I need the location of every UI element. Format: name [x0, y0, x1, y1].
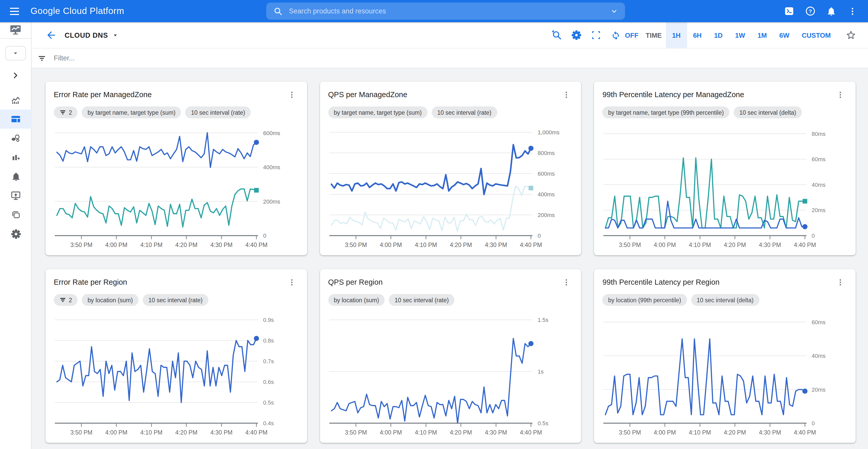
chart-title: QPS per ManagedZone	[328, 90, 407, 99]
sidebar-item-overview[interactable]	[0, 90, 32, 109]
chart-menu-button[interactable]	[834, 276, 847, 289]
svg-text:4:30 PM: 4:30 PM	[485, 242, 507, 248]
chevron-down-icon[interactable]	[611, 7, 618, 15]
sidebar-item-uptime-checks[interactable]	[0, 186, 32, 205]
chart-menu-button[interactable]	[285, 276, 299, 289]
filter-list-icon	[37, 54, 46, 63]
chart-card: Error Rate per ManagedZone2by target nam…	[45, 82, 307, 255]
filter-count-chip[interactable]: 2	[54, 106, 78, 118]
time-range-1h[interactable]: 1H	[666, 22, 687, 48]
chart-config-chip[interactable]: by target name, target type (sum)	[82, 106, 181, 118]
chart-config-chip[interactable]: by location (sum)	[328, 294, 384, 306]
cards-grid: Error Rate per ManagedZone2by target nam…	[32, 68, 868, 443]
svg-text:4:30 PM: 4:30 PM	[210, 429, 232, 436]
svg-text:3:50 PM: 3:50 PM	[70, 242, 93, 248]
time-zoom-icon[interactable]	[549, 27, 565, 43]
svg-text:4:00 PM: 4:00 PM	[380, 242, 402, 248]
svg-text:200ms: 200ms	[537, 212, 554, 218]
chart-config-chip[interactable]: 10 sec interval (delta)	[734, 106, 802, 118]
chart-config-chip[interactable]: by target name, target type (99th percen…	[602, 106, 730, 118]
auto-refresh-icon[interactable]	[608, 27, 624, 43]
sidebar	[0, 22, 32, 449]
chart-config-chip[interactable]: 10 sec interval (rate)	[431, 106, 497, 118]
svg-text:3:50 PM: 3:50 PM	[345, 429, 367, 436]
svg-text:4:10 PM: 4:10 PM	[414, 429, 437, 436]
time-range-1m[interactable]: 1M	[751, 22, 773, 48]
sidebar-item-settings[interactable]	[0, 224, 32, 243]
time-range-group: 1H6H1D1W1M6WCUSTOM	[666, 22, 837, 48]
svg-text:20ms: 20ms	[812, 386, 826, 393]
svg-text:40ms: 40ms	[812, 353, 826, 359]
more-vert-icon[interactable]	[846, 5, 859, 17]
chart-config-chip[interactable]: 10 sec interval (delta)	[691, 294, 759, 306]
search-bar[interactable]	[266, 3, 625, 20]
page: Google Cloud Platform ?	[0, 0, 868, 449]
auto-refresh-off-label[interactable]: OFF	[625, 31, 639, 39]
time-range-custom[interactable]: CUSTOM	[796, 22, 837, 48]
svg-text:4:00 PM: 4:00 PM	[654, 242, 676, 248]
chart-menu-button[interactable]	[834, 88, 847, 101]
project-dropdown[interactable]	[5, 46, 26, 60]
help-icon[interactable]: ?	[804, 5, 816, 17]
chart-config-chip[interactable]: 10 sec interval (rate)	[143, 294, 208, 306]
filter-count-chip[interactable]: 2	[54, 294, 78, 306]
svg-text:4:20 PM: 4:20 PM	[450, 242, 472, 248]
chart-canvas[interactable]: 1.5s1s0.5s3:50 PM4:00 PM4:10 PM4:20 PM4:…	[328, 310, 576, 440]
svg-text:400ms: 400ms	[537, 191, 554, 198]
svg-text:0.5s: 0.5s	[263, 399, 274, 406]
chart-menu-button[interactable]	[285, 88, 299, 101]
chart-config-chip[interactable]: by location (99th percentile)	[602, 294, 687, 306]
svg-text:4:40 PM: 4:40 PM	[520, 242, 542, 248]
svg-text:600ms: 600ms	[537, 170, 554, 177]
svg-text:200ms: 200ms	[263, 198, 280, 205]
chart-config-chip[interactable]: by target name, target type (sum)	[328, 106, 427, 118]
chart-title: 99th Percentile Latency per Region	[602, 278, 720, 286]
svg-text:4:20 PM: 4:20 PM	[724, 242, 746, 248]
fullscreen-icon[interactable]	[588, 27, 604, 43]
chart-canvas[interactable]: 60ms40ms20ms03:50 PM4:00 PM4:10 PM4:20 P…	[602, 310, 850, 440]
svg-text:4:00 PM: 4:00 PM	[380, 429, 402, 436]
svg-text:40ms: 40ms	[812, 182, 826, 188]
chart-config-chip[interactable]: by location (sum)	[82, 294, 138, 306]
svg-text:4:40 PM: 4:40 PM	[520, 429, 542, 436]
star-icon[interactable]	[842, 26, 860, 44]
sidebar-item-metrics-explorer[interactable]	[0, 148, 32, 167]
app-title[interactable]: Google Cloud Platform	[31, 6, 124, 17]
page-title[interactable]: CLOUD DNS	[65, 31, 108, 39]
chart-config-chip[interactable]: 10 sec interval (rate)	[185, 106, 251, 118]
time-range-1w[interactable]: 1W	[729, 22, 751, 48]
expand-chevron-right-icon[interactable]	[5, 69, 26, 82]
sidebar-item-dashboards[interactable]	[0, 109, 32, 129]
chart-canvas[interactable]: 600ms400ms200ms03:50 PM4:00 PM4:10 PM4:2…	[54, 122, 302, 252]
time-range-6h[interactable]: 6H	[687, 22, 708, 48]
chart-canvas[interactable]: 0.9s0.8s0.7s0.6s0.5s0.4s3:50 PM4:00 PM4:…	[54, 310, 302, 440]
time-range-6w[interactable]: 6W	[773, 22, 796, 48]
settings-gear-icon[interactable]	[568, 27, 585, 43]
sidebar-item-groups[interactable]	[0, 205, 32, 224]
svg-text:4:10 PM: 4:10 PM	[141, 429, 163, 436]
sidebar-item-alerting[interactable]	[0, 167, 32, 186]
page-title-caret-icon[interactable]	[112, 32, 118, 38]
search-input[interactable]	[288, 7, 611, 15]
svg-text:0: 0	[812, 232, 815, 239]
filter-input[interactable]	[53, 54, 868, 63]
back-arrow-icon[interactable]	[44, 28, 58, 42]
dashboard-toolbar: CLOUD DNS OFF TIME 1H6H1D1W1M6WCUSTOM	[32, 22, 868, 49]
menu-icon[interactable]	[6, 3, 23, 19]
sidebar-item-services[interactable]	[0, 129, 32, 148]
svg-text:1,000ms: 1,000ms	[537, 129, 559, 136]
svg-text:0.8s: 0.8s	[263, 338, 274, 344]
svg-text:0.9s: 0.9s	[263, 317, 274, 323]
time-range-1d[interactable]: 1D	[708, 22, 729, 48]
chart-config-chip[interactable]: 10 sec interval (rate)	[389, 294, 455, 306]
svg-text:1.5s: 1.5s	[537, 317, 548, 323]
notifications-bell-icon[interactable]	[825, 5, 837, 17]
cloud-shell-icon[interactable]	[783, 5, 795, 17]
chart-menu-button[interactable]	[560, 88, 573, 101]
chart-chips: by location (sum)10 sec interval (rate)	[328, 294, 573, 306]
chart-canvas[interactable]: 1,000ms800ms600ms400ms200ms03:50 PM4:00 …	[328, 122, 576, 252]
chart-chips: by target name, target type (sum)10 sec …	[328, 106, 573, 118]
svg-text:4:30 PM: 4:30 PM	[210, 242, 232, 248]
chart-menu-button[interactable]	[560, 276, 573, 289]
chart-canvas[interactable]: 80ms60ms40ms20ms03:50 PM4:00 PM4:10 PM4:…	[602, 122, 850, 252]
